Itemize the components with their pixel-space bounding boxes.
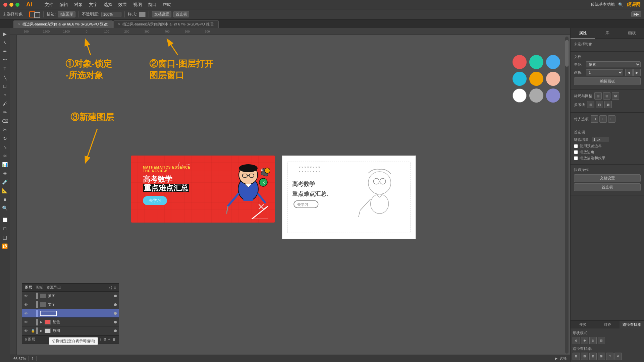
tool-eyedrop[interactable]: 💉 [1,178,9,186]
ruler-icon[interactable]: ⊞ [594,92,602,100]
menu-view[interactable]: 视图 [133,2,142,8]
tool-rect[interactable]: □ [1,82,9,90]
tool-eraser[interactable]: ⌫ [1,117,9,125]
exclude-icon[interactable]: ⊖ [589,337,597,344]
layer-lock-original[interactable]: 🔒 [31,329,35,333]
grid-icon[interactable]: ⊞ [603,92,610,100]
layers-tab[interactable]: 图层 [25,285,32,290]
tool-measure[interactable]: 📐 [1,187,9,195]
swatch-blue-gray[interactable] [546,88,560,103]
properties-tab[interactable]: 属性 [571,28,595,39]
swatch-gray[interactable] [529,88,543,103]
layer-eye-text[interactable]: 👁 [24,303,30,307]
outline-icon[interactable]: □ [606,353,613,360]
align-right-icon[interactable]: ⊢ [608,115,615,123]
delete-layer-btn[interactable]: 🗑 [112,337,116,342]
prev-artboard-btn[interactable]: ◀ [625,69,633,76]
trim-icon[interactable]: ⊡ [581,353,588,360]
divide-icon[interactable]: ⊞ [573,353,580,360]
minus-back-icon[interactable]: ⊖ [614,353,622,360]
menu-help[interactable]: 帮助 [163,2,171,8]
layer-eye-painting[interactable]: 👁 [24,294,30,298]
layer-row-painting[interactable]: 👁 插画 [22,292,119,300]
transform-tab[interactable]: 变换 [571,321,595,328]
close-button[interactable] [3,3,7,7]
collect-btn[interactable]: ⧉ [104,337,106,342]
canvas-area[interactable]: 300 1200 1100 0 100 200 300 400 500 600 … [10,28,570,362]
guide-icon-2[interactable]: ⊟ [596,101,603,108]
menu-window[interactable]: 窗口 [148,2,157,8]
align-left-icon[interactable]: ⊣ [591,115,598,123]
swatch-peach[interactable] [546,72,560,86]
unite-icon[interactable]: ⊕ [573,337,580,344]
maximize-button[interactable] [15,3,19,7]
tool-brush[interactable]: 🖌 [1,100,9,108]
stroke-swatch[interactable] [34,12,40,18]
library-tab[interactable]: 库 [595,28,620,39]
keyboard-input[interactable] [592,137,608,142]
tool-pen[interactable]: ✒ [1,47,9,55]
snap-icon[interactable]: ⊠ [612,92,619,100]
fill-color-tool[interactable] [1,216,9,224]
crop-icon[interactable]: ⊠ [598,353,605,360]
tool-select[interactable]: ▶ [1,30,9,38]
unit-select[interactable]: 像素 [586,61,641,67]
tool-line[interactable]: ╲ [1,73,9,81]
tool-scale[interactable]: ⤡ [1,143,9,151]
swatch-white[interactable] [513,88,527,103]
pathfinder-tab[interactable]: 路径查找器 [620,321,644,328]
tab-1-close[interactable]: ✕ [18,22,20,26]
tool-warp[interactable]: ≋ [1,152,9,160]
layers-panel-menu[interactable]: ≡ [114,285,116,290]
minimize-button[interactable] [9,3,13,7]
align-tab-bottom[interactable]: 对齐 [595,321,620,328]
menu-effect[interactable]: 效果 [118,2,127,8]
layer-row-original[interactable]: 👁 🔒 ▶ 原图 [22,326,119,335]
next-artboard-btn[interactable]: ▶ [633,69,641,76]
stroke-btn[interactable]: 3点圆形 [58,11,75,17]
mode-draw-behind[interactable]: 🔁 [1,242,9,250]
more-btn[interactable]: ▶▶ [631,11,641,17]
search-icon[interactable]: 🔍 [618,2,623,7]
preferences-btn-toolbar[interactable]: 首选项 [173,11,189,17]
move-to-btn[interactable]: ↑ [100,337,102,342]
align-center-icon[interactable]: ⊢ [599,115,607,123]
layer-expand-palette[interactable]: ▶ [40,320,43,324]
menu-file[interactable]: 文件 [45,2,53,8]
menu-select[interactable]: 选择 [104,2,112,8]
intersect-icon[interactable]: ⊗ [581,337,588,344]
swatch-light-blue[interactable] [546,55,560,69]
swatch-teal[interactable] [529,55,543,69]
guide-icon-1[interactable]: ⊞ [587,101,594,108]
tab-2-close[interactable]: ✕ [118,22,120,26]
tool-gradient[interactable]: ■ [1,195,9,203]
swatch-red[interactable] [513,55,527,69]
scale-effects-check[interactable] [574,156,578,160]
guide-icon-3[interactable]: ⊠ [604,101,612,108]
tool-type[interactable]: T [1,65,9,73]
preferences-quick-btn[interactable]: 首选项 [574,183,641,191]
zoom-display[interactable]: 66.67% [13,357,26,361]
tool-scissors[interactable]: ✂ [1,126,9,134]
style-swatch[interactable] [139,12,146,17]
make-sublayer-btn[interactable]: ⊕ [95,337,98,342]
menu-object[interactable]: 对象 [74,2,83,8]
artboard-select[interactable]: 1 [586,69,623,75]
mode-draw-inside[interactable]: ◫ [1,233,9,241]
tool-pencil[interactable]: ✏ [1,108,9,116]
swatch-cyan[interactable] [513,72,527,86]
tab-1[interactable]: ✕ 描边风-banner演示稿.ai @ 66.67% (RGB/GPU 预览) [13,20,113,28]
swatch-orange[interactable] [529,72,543,86]
snap-bounds-check[interactable] [574,144,578,148]
merge-icon[interactable]: ⊟ [589,353,597,360]
tool-ellipse[interactable]: ○ [1,91,9,99]
minus-icon[interactable]: ⊟ [598,337,605,344]
menu-edit[interactable]: 编辑 [59,2,68,8]
export-tab[interactable]: 资源导出 [46,285,61,290]
tool-zoom[interactable]: 🔍 [1,204,9,212]
layer-eye-active[interactable]: 👁 [24,311,30,315]
artboard-tab[interactable]: 画板 [36,285,43,290]
doc-settings-quick-btn[interactable]: 文档设置 [574,174,641,182]
artboards-tab[interactable]: 画板 [620,28,644,39]
corner-check[interactable] [574,150,578,154]
